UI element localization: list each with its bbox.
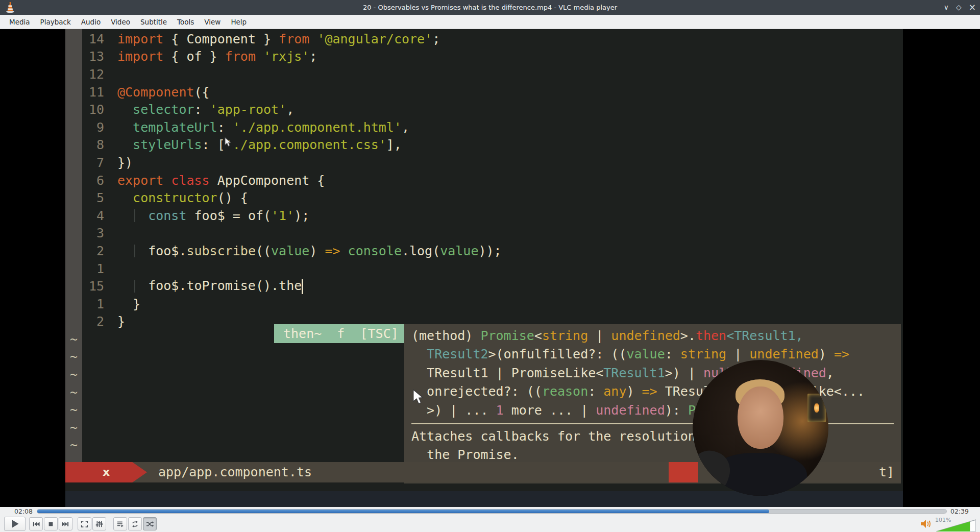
mouse-pointer-small-icon	[225, 137, 231, 147]
line-number: 11	[65, 85, 104, 100]
minimize-icon[interactable]: ∨	[944, 0, 949, 15]
close-tab[interactable]: x	[65, 462, 147, 482]
line-number: 14	[65, 32, 104, 46]
menu-tools[interactable]: Tools	[172, 16, 199, 28]
close-icon[interactable]: ×	[969, 0, 976, 15]
code-line: 7})	[65, 154, 903, 172]
previous-button[interactable]	[29, 517, 43, 530]
code-line: 12	[65, 65, 903, 83]
signature-help-popup: (method) Promise<string | undefined>.the…	[404, 324, 901, 483]
menu-help[interactable]: Help	[226, 16, 252, 28]
line-number: 8	[65, 137, 104, 152]
line-number: 5	[65, 190, 104, 205]
filename-label: app/app.component.ts	[158, 462, 312, 482]
indent-guide	[134, 280, 135, 293]
elapsed-time: 02:08	[14, 507, 33, 515]
volume-slider[interactable]	[936, 519, 976, 531]
seek-bar[interactable]	[37, 509, 947, 514]
indent-guide	[134, 245, 135, 257]
volume-widget: 101%	[920, 516, 977, 532]
signature-line: (method) Promise<string | undefined>.the…	[411, 327, 894, 345]
lamp-flame	[814, 403, 819, 413]
menu-video[interactable]: Video	[106, 16, 135, 28]
code-line: 13import { of } from 'rxjs';	[65, 48, 903, 66]
line-number: 4	[65, 208, 104, 223]
code-line: 1	[65, 260, 903, 278]
code-line: 1 }	[65, 295, 903, 313]
speaker-icon[interactable]	[920, 519, 932, 529]
presenter-face	[738, 386, 783, 449]
line-number: 7	[65, 155, 104, 170]
next-button[interactable]	[59, 517, 72, 530]
code-line: 3	[65, 225, 903, 243]
play-button[interactable]	[4, 517, 26, 531]
line-number: 12	[65, 67, 104, 82]
statusline-red-segment	[669, 462, 698, 482]
indent-guide	[134, 209, 135, 222]
player-controls: 101%	[0, 516, 980, 532]
video-area[interactable]: 14import { Component } from '@angular/co…	[0, 29, 980, 507]
code-line: 8 styleUrls: ['./app.component.css'],	[65, 136, 903, 154]
random-button[interactable]	[143, 517, 157, 530]
menu-view[interactable]: View	[199, 16, 226, 28]
menu-media[interactable]: Media	[4, 16, 35, 28]
line-number: 13	[65, 49, 104, 64]
code-line: 5 constructor() {	[65, 189, 903, 207]
code-line: 11@Component({	[65, 83, 903, 101]
code-line: 2 foo$.subscribe((value) => console.log(…	[65, 242, 903, 260]
insert-cursor	[302, 279, 303, 294]
stop-button[interactable]	[44, 517, 58, 530]
seek-bar-fill	[37, 510, 769, 513]
code-line: 14import { Component } from '@angular/co…	[65, 30, 903, 48]
line-number: 2	[65, 314, 104, 329]
total-time: 02:39	[950, 507, 969, 515]
mouse-pointer-icon	[412, 389, 424, 404]
line-number: 2	[65, 244, 104, 258]
code-line: 10 selector: 'app-root',	[65, 101, 903, 118]
menu-subtitle[interactable]: Subtitle	[135, 16, 172, 28]
menu-audio[interactable]: Audio	[76, 16, 106, 28]
statusline-right-fragment: t]	[879, 462, 894, 482]
code-line: 4 const foo$ = of('1');	[65, 207, 903, 225]
loop-button[interactable]	[128, 517, 142, 530]
line-number: 9	[65, 120, 104, 135]
line-number: 6	[65, 173, 104, 188]
code-line: 15 foo$.toPromise().the	[65, 277, 903, 295]
signature-line: TResult2>(onfulfilled?: ((value: string …	[411, 345, 894, 364]
title-bar: 20 - Observables vs Promises what is the…	[0, 0, 980, 15]
line-number: 3	[65, 226, 104, 240]
webcam-overlay	[693, 360, 828, 496]
extended-settings-button[interactable]	[92, 517, 106, 530]
line-number: 15	[65, 279, 104, 294]
code-line: 6export class AppComponent {	[65, 172, 903, 189]
code-line: 9 templateUrl: './app.component.html',	[65, 118, 903, 136]
autocomplete-popup[interactable]: then~ f [TSC]	[274, 324, 404, 343]
playlist-button[interactable]	[113, 517, 127, 530]
line-number: 10	[65, 102, 104, 117]
window-title: 20 - Observables vs Promises what is the…	[0, 4, 980, 11]
vlc-window: 20 - Observables vs Promises what is the…	[0, 0, 980, 532]
line-number: 1	[65, 261, 104, 276]
signature-line: TResult1 | PromiseLike<TResult1>) | null…	[411, 364, 894, 382]
menu-bar: MediaPlaybackAudioVideoSubtitleToolsView…	[0, 15, 980, 29]
fullscreen-button[interactable]	[78, 517, 91, 530]
seek-row: 02:08 02:39	[0, 507, 980, 516]
menu-playback[interactable]: Playback	[35, 16, 76, 28]
line-number: 1	[65, 297, 104, 311]
maximize-icon[interactable]: ◇	[956, 0, 962, 15]
